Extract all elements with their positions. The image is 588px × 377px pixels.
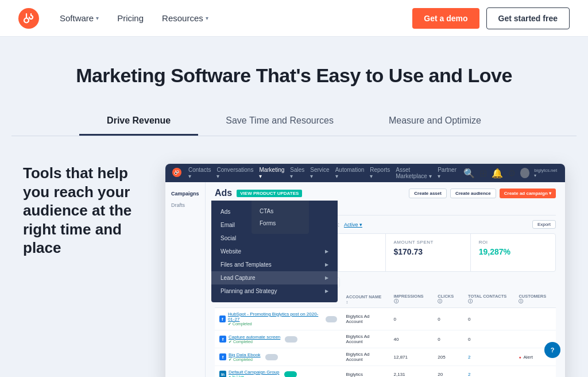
files-arrow-icon: ▶	[325, 262, 328, 267]
facebook-icon: f	[219, 353, 226, 360]
row3-impressions: 12,871	[389, 348, 434, 366]
nav-resources[interactable]: Resources ▾	[155, 9, 215, 28]
hs-marketing-nav[interactable]: Marketing ▾	[259, 167, 284, 179]
tab-drive-revenue[interactable]: Drive Revenue	[79, 107, 198, 136]
hs-sub-forms[interactable]: Forms	[252, 217, 309, 229]
row3-contacts: 2	[463, 348, 514, 366]
hs-topbar: Contacts ▾ Conversations ▾ Marketing ▾ S…	[165, 164, 565, 182]
col-customers[interactable]: CUSTOMERS ⓘ	[514, 291, 556, 308]
hs-bell-icon[interactable]: 🔔	[492, 168, 503, 179]
nav-cta: Get a demo Get started free	[412, 7, 570, 29]
status-filter[interactable]: Active ▾	[344, 222, 362, 228]
hero-title: Marketing Software That's Easy to Use an…	[11, 64, 577, 87]
hs-sub-ctas[interactable]: CTAs	[252, 205, 309, 217]
hs-grid-icon[interactable]: ⊞	[479, 168, 487, 179]
nav-software[interactable]: Software ▾	[53, 9, 106, 28]
hs-ads-header: Ads VIEW PRODUCT UPDATES Create asset Cr…	[215, 188, 556, 198]
row4-account: Biglytics	[342, 366, 389, 378]
row2-impressions: 40	[389, 330, 434, 348]
hs-partner-nav[interactable]: Partner ▾	[438, 167, 457, 179]
get-demo-button[interactable]: Get a demo	[412, 8, 479, 29]
hs-contacts-nav[interactable]: Contacts ▾	[188, 167, 211, 179]
row2-clicks: 0	[433, 330, 463, 348]
hs-left-mini-nav: Campaigns Drafts	[165, 182, 206, 377]
hs-dd-planning[interactable]: Planning and Strategy ▶	[211, 284, 338, 298]
campaign-link[interactable]: Default Campaign Group	[229, 370, 280, 375]
website-arrow-icon: ▶	[325, 249, 328, 254]
nav-pricing-label: Pricing	[117, 13, 144, 23]
planning-arrow-icon: ▶	[325, 288, 328, 294]
col-impressions[interactable]: IMPRESSIONS ⓘ	[389, 291, 434, 308]
hs-marketplace-nav[interactable]: Asset Marketplace ▾	[396, 167, 432, 179]
campaign-status: ✔ Completed	[229, 357, 261, 362]
tab-save-time[interactable]: Save Time and Resources	[198, 107, 361, 136]
leadcapture-arrow-icon: ▶	[325, 275, 328, 280]
create-campaign-button[interactable]: Create ad campaign ▾	[500, 188, 556, 198]
campaigns-table: NAME ↕ ACCOUNT NAME ↕ IMPRESSIONS ⓘ CLIC…	[215, 291, 556, 377]
create-audience-button[interactable]: Create audience	[450, 188, 496, 198]
row2-name: f Capture automate screen ✔ Completed	[215, 330, 342, 348]
software-chevron-icon: ▾	[96, 15, 99, 21]
hs-nav-items: Contacts ▾ Conversations ▾ Marketing ▾ S…	[188, 167, 457, 179]
hs-ads-title: Ads	[215, 188, 232, 198]
hs-conversations-nav[interactable]: Conversations ▾	[216, 167, 253, 179]
svg-point-1	[172, 168, 181, 177]
screenshot-box: Contacts ▾ Conversations ▾ Marketing ▾ S…	[165, 164, 565, 377]
row3-name: f Big Data Ebook ✔ Completed	[215, 348, 342, 366]
help-button[interactable]: ?	[544, 342, 560, 358]
hs-user-email: biglytcs.net ▾	[534, 168, 558, 178]
export-button[interactable]: Export	[532, 220, 556, 229]
facebook-icon: f	[219, 316, 226, 322]
campaign-toggle[interactable]	[285, 336, 297, 343]
hs-reports-nav[interactable]: Reports ▾	[370, 167, 390, 179]
hs-avatar	[520, 168, 529, 178]
row2-contacts: 0	[463, 330, 514, 348]
table-row: f Capture automate screen ✔ Completed	[215, 330, 556, 348]
campaign-status: ● In Live	[229, 375, 280, 377]
hs-leadcapture-subdropdown: CTAs Forms	[252, 201, 309, 234]
hs-service-nav[interactable]: Service ▾	[310, 167, 329, 179]
row1-account: Biglytics Ad Account	[342, 308, 389, 330]
nav-software-label: Software	[60, 13, 94, 23]
row2-account: Biglytics Ad Account	[342, 330, 389, 348]
row4-contacts: 2	[463, 366, 514, 378]
roi-label: ROI	[479, 240, 547, 245]
campaign-status: ✔ Completed	[228, 322, 321, 326]
hs-nav-drafts[interactable]: Drafts	[165, 199, 205, 211]
nav-pricing[interactable]: Pricing	[110, 9, 150, 28]
col-clicks[interactable]: CLICKS ⓘ	[433, 291, 463, 308]
hs-cta-buttons: Create asset Create audience Create ad c…	[409, 188, 556, 198]
hs-settings-icon[interactable]: ⚙	[508, 168, 516, 179]
hs-dd-files[interactable]: Files and Templates ▶	[211, 258, 338, 271]
hs-sales-nav[interactable]: Sales ▾	[290, 167, 304, 179]
hs-dd-website[interactable]: Website ▶	[211, 245, 338, 258]
facebook-icon: f	[219, 336, 226, 343]
content-left: Tools that help you reach your audience …	[23, 164, 138, 257]
navbar: Software ▾ Pricing Resources ▾ Get a dem…	[0, 0, 588, 37]
spent-value: $170.73	[394, 247, 462, 256]
hs-new-badge[interactable]: VIEW PRODUCT UPDATES	[237, 190, 302, 197]
col-contacts[interactable]: TOTAL CONTACTS ⓘ	[463, 291, 514, 308]
hs-dd-leadcapture[interactable]: Lead Capture ▶	[211, 271, 338, 284]
campaign-link[interactable]: Big Data Ebook	[229, 352, 261, 357]
create-asset-button[interactable]: Create asset	[409, 188, 447, 198]
campaign-link[interactable]: HubSpot - Promoting Biglytics post on 20…	[228, 311, 321, 322]
campaign-toggle[interactable]	[326, 316, 337, 322]
hs-nav-campaigns[interactable]: Campaigns	[165, 188, 205, 199]
campaign-toggle[interactable]	[284, 371, 297, 378]
tab-measure-optimize[interactable]: Measure and Optimize	[361, 107, 509, 136]
row4-customers	[514, 366, 556, 378]
feature-tabs: Drive Revenue Save Time and Resources Me…	[11, 107, 577, 136]
col-account[interactable]: ACCOUNT NAME ↕	[342, 291, 389, 308]
table-row: in Default Campaign Group ● In Live	[215, 366, 556, 378]
row4-impressions: 2,131	[389, 366, 434, 378]
row3-clicks: 205	[433, 348, 463, 366]
content-section: Tools that help you reach your audience …	[0, 136, 588, 377]
hs-automation-nav[interactable]: Automation ▾	[335, 167, 365, 179]
row1-contacts: 0	[463, 308, 514, 330]
campaign-toggle[interactable]	[265, 354, 278, 360]
linkedin-icon: in	[219, 371, 226, 377]
get-started-button[interactable]: Get started free	[486, 7, 570, 29]
hs-search-icon[interactable]: 🔍	[463, 168, 475, 179]
campaign-link[interactable]: Capture automate screen	[229, 334, 280, 340]
